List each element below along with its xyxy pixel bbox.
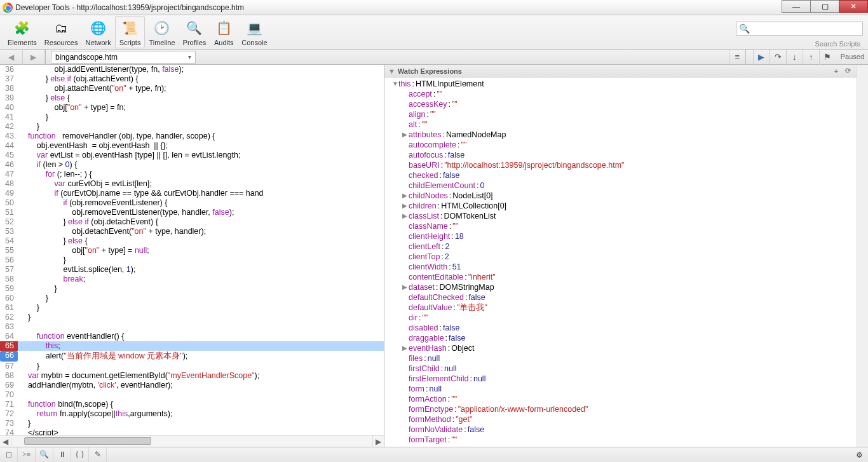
settings-button[interactable]: ⚙ xyxy=(850,447,868,463)
watch-prop[interactable]: formEnctype: "application/x-www-form-url… xyxy=(384,404,857,414)
maximize-button[interactable]: ▢ xyxy=(810,0,839,13)
code-line[interactable]: 61 } xyxy=(0,303,384,313)
code-line[interactable]: 51 obj.removeEventListener(type, handler… xyxy=(0,208,384,217)
watch-prop[interactable]: clientHeight: 18 xyxy=(384,231,857,241)
horizontal-scrollbar[interactable]: ◀ ▶ xyxy=(0,435,384,447)
code-line[interactable]: 64 function eventHandler() { xyxy=(0,332,384,341)
tab-elements[interactable]: 🧩Elements xyxy=(4,17,41,48)
tab-scripts[interactable]: 📜Scripts xyxy=(115,16,146,48)
watch-prop[interactable]: disabled: false xyxy=(384,323,857,333)
code-line[interactable]: 40 obj["on" + type] = fn; xyxy=(0,103,384,112)
nav-back-button[interactable]: ◀ xyxy=(0,50,23,65)
nav-forward-button[interactable]: ▶ xyxy=(23,50,46,65)
watch-prop[interactable]: draggable: false xyxy=(384,333,857,343)
watch-prop[interactable]: checked: false xyxy=(384,170,857,180)
watch-prop[interactable]: defaultValue: "单击我" xyxy=(384,302,857,313)
watch-prop[interactable]: childElementCount: 0 xyxy=(384,180,857,191)
refresh-watch-button[interactable]: ⟳ xyxy=(843,67,853,75)
source-code[interactable]: 36 obj.addEventListener(type, fn, false)… xyxy=(0,65,384,435)
vertical-scrollbar[interactable] xyxy=(857,65,868,447)
watch-prop[interactable]: formNoValidate: false xyxy=(384,425,857,435)
code-line[interactable]: 50 if (obj.removeEventListener) { xyxy=(0,198,384,208)
watch-prop[interactable]: ▶dataset: DOMStringMap xyxy=(384,282,857,292)
watch-prop[interactable]: ▶childNodes: NodeList[0] xyxy=(384,191,857,201)
code-line[interactable]: 48 var curEvtObj = evtList[len]; xyxy=(0,179,384,189)
watch-prop[interactable]: formAction: "" xyxy=(384,394,857,404)
search-scripts-box[interactable]: 🔍 xyxy=(736,22,863,36)
code-line[interactable]: 46 if (len > 0) { xyxy=(0,160,384,170)
code-line[interactable]: 59 } xyxy=(0,284,384,294)
code-line[interactable]: 65 this; xyxy=(0,341,384,351)
watch-prop[interactable]: files: null xyxy=(384,353,857,363)
code-line[interactable]: 69 addHandler(mybtn, 'click', eventHandl… xyxy=(0,381,384,390)
watch-prop[interactable]: defaultChecked: false xyxy=(384,292,857,302)
watch-prop[interactable]: clientTop: 2 xyxy=(384,252,857,262)
code-line[interactable]: 47 for (; len--; ) { xyxy=(0,170,384,179)
code-line[interactable]: 55 obj["on" + type] = null; xyxy=(0,246,384,255)
tab-profiles[interactable]: 🔍Profiles xyxy=(179,17,210,48)
watch-prop[interactable]: className: "" xyxy=(384,221,857,231)
edit-button[interactable]: ✎ xyxy=(89,447,107,463)
code-line[interactable]: 62 } xyxy=(0,313,384,322)
code-line[interactable]: 53 obj.detachEvent("on" + type, handler)… xyxy=(0,227,384,236)
step-out-button[interactable]: ↑ xyxy=(803,50,819,65)
step-over-button[interactable]: ↷ xyxy=(770,50,786,65)
watch-prop[interactable]: accessKey: "" xyxy=(384,99,857,109)
code-line[interactable]: 49 if (curEvtObj.name == type && curEvtO… xyxy=(0,189,384,198)
watch-prop[interactable]: baseURI: "http://localhost:13959/jsproje… xyxy=(384,160,857,170)
code-line[interactable]: 52 } else if (obj.detachEvent) { xyxy=(0,217,384,227)
scroll-left-arrow[interactable]: ◀ xyxy=(0,436,11,447)
search-button[interactable]: 🔍 xyxy=(36,447,53,463)
scroll-thumb[interactable] xyxy=(24,437,151,445)
code-line[interactable]: 39 } else { xyxy=(0,93,384,103)
code-line[interactable]: 37 } else if (obj.attachEvent) { xyxy=(0,74,384,84)
watch-prop[interactable]: formTarget: "" xyxy=(384,435,857,445)
add-watch-button[interactable]: + xyxy=(831,67,841,75)
tab-network[interactable]: 🌐Network xyxy=(81,17,114,48)
pause-on-exceptions-button[interactable]: ⏸ xyxy=(53,447,71,463)
code-line[interactable]: 54 } else { xyxy=(0,236,384,246)
watch-expressions-header[interactable]: ▼ Watch Expressions + ⟳ xyxy=(384,65,857,78)
watch-prop[interactable]: alt: "" xyxy=(384,119,857,130)
tab-console[interactable]: 💻Console xyxy=(238,17,271,48)
console-toggle-button[interactable]: >≡ xyxy=(18,447,36,463)
watch-prop[interactable]: ▶classList: DOMTokenList xyxy=(384,211,857,221)
code-line[interactable]: 45 var evtList = obj.eventHash [type] ||… xyxy=(0,151,384,160)
code-line[interactable]: 57 evtList.splice(len, 1); xyxy=(0,265,384,275)
code-line[interactable]: 67 } xyxy=(0,362,384,371)
watch-prop[interactable]: autocomplete: "" xyxy=(384,140,857,150)
code-line[interactable]: 68 var mybtn = document.getElementById("… xyxy=(0,371,384,381)
watch-prop[interactable]: clientWidth: 51 xyxy=(384,262,857,272)
file-selector[interactable]: bingandscope.htm xyxy=(51,51,196,64)
watch-expressions-body[interactable]: ▼this: HTMLInputElementaccept: ""accessK… xyxy=(384,78,857,447)
pause-resume-button[interactable]: ▶ xyxy=(753,50,770,65)
watch-prop[interactable]: align: "" xyxy=(384,109,857,119)
watch-prop[interactable]: ▶children: HTMLCollection[0] xyxy=(384,201,857,211)
tab-audits[interactable]: 📋Audits xyxy=(210,17,238,48)
search-input[interactable] xyxy=(752,24,860,33)
pretty-print-button[interactable]: { } xyxy=(71,447,89,463)
watch-prop[interactable]: dir: "" xyxy=(384,313,857,323)
code-line[interactable]: 41 } xyxy=(0,112,384,122)
code-line[interactable]: 71 function bind(fn,scope) { xyxy=(0,400,384,409)
code-line[interactable]: 42 } xyxy=(0,122,384,132)
code-line[interactable]: 36 obj.addEventListener(type, fn, false)… xyxy=(0,65,384,74)
dock-button[interactable]: ◻ xyxy=(0,447,18,463)
code-line[interactable]: 63 xyxy=(0,322,384,332)
deactivate-breakpoints-button[interactable]: ⚑ xyxy=(819,50,836,65)
tab-timeline[interactable]: 🕑Timeline xyxy=(145,17,179,48)
code-line[interactable]: 56 } xyxy=(0,255,384,265)
code-line[interactable]: 44 obj.eventHash = obj.eventHash || {}; xyxy=(0,141,384,151)
watch-prop[interactable]: contentEditable: "inherit" xyxy=(384,272,857,282)
format-button[interactable]: ≡ xyxy=(729,50,745,65)
watch-prop[interactable]: firstElementChild: null xyxy=(384,374,857,384)
scroll-right-arrow[interactable]: ▶ xyxy=(372,436,384,447)
watch-prop[interactable]: ▶eventHash: Object xyxy=(384,343,857,353)
watch-prop[interactable]: ▶attributes: NamedNodeMap xyxy=(384,130,857,140)
watch-prop[interactable]: firstChild: null xyxy=(384,363,857,374)
watch-prop[interactable]: autofocus: false xyxy=(384,150,857,160)
code-line[interactable]: 72 return fn.apply(scope||this,arguments… xyxy=(0,409,384,419)
code-line[interactable]: 74 </script> xyxy=(0,428,384,435)
watch-root[interactable]: ▼this: HTMLInputElement xyxy=(384,79,857,89)
code-line[interactable]: 73 } xyxy=(0,419,384,428)
